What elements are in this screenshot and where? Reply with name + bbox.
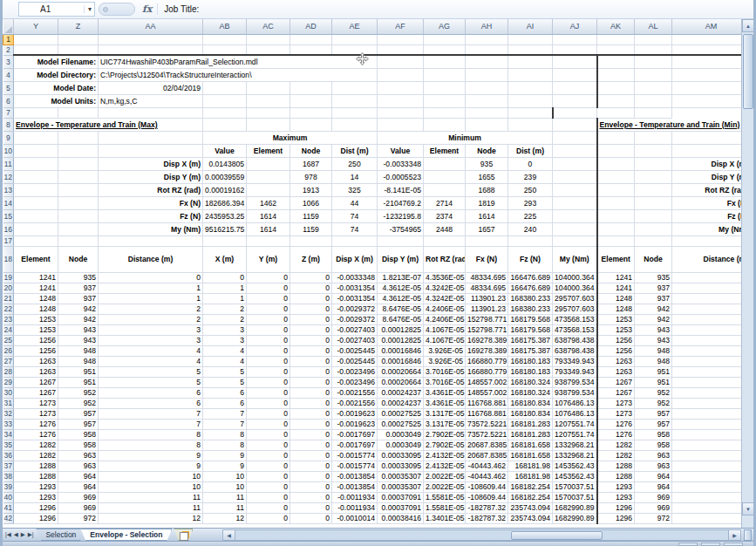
element2-cell[interactable]: 1253 xyxy=(597,314,635,324)
cell[interactable] xyxy=(553,107,597,118)
fz-cell[interactable]: 168180.834 xyxy=(508,398,553,408)
max-node-cell[interactable]: 1159 xyxy=(290,222,332,235)
fz-cell[interactable]: 168380.233 xyxy=(508,293,553,304)
disp-y-cell[interactable]: 0.00024237 xyxy=(378,398,424,408)
row-header[interactable]: 11 xyxy=(3,157,14,170)
cell[interactable] xyxy=(597,34,635,44)
rot-rz-cell[interactable]: 2.7902E-05 xyxy=(424,440,466,450)
cell[interactable] xyxy=(466,94,508,107)
select-all-corner[interactable] xyxy=(3,19,14,34)
my-cell[interactable]: 1453562.43 xyxy=(553,471,597,481)
cell[interactable] xyxy=(14,144,58,157)
min-col-header[interactable]: Node xyxy=(466,144,508,157)
disp-x-cell[interactable]: -0.0027403 xyxy=(332,324,378,335)
cell[interactable] xyxy=(672,235,751,246)
element-cell[interactable]: 1276 xyxy=(14,419,58,429)
fz-cell[interactable]: 168181.283 xyxy=(508,429,553,440)
cell[interactable] xyxy=(672,131,751,144)
rot-rz-cell[interactable]: 4.2406E-05 xyxy=(424,314,466,324)
y-cell[interactable]: 0 xyxy=(247,398,290,408)
x-cell[interactable]: 8 xyxy=(203,429,247,440)
fx-cell[interactable]: -182787.32 xyxy=(466,513,508,523)
z-cell[interactable]: 0 xyxy=(290,492,332,502)
cell[interactable] xyxy=(424,68,466,81)
y-cell[interactable]: 0 xyxy=(247,387,290,398)
my-cell[interactable]: 1207551.74 xyxy=(553,429,597,440)
my-cell[interactable]: 1570037.51 xyxy=(553,492,597,502)
node2-cell[interactable]: 958 xyxy=(635,440,672,450)
envelope-row-label[interactable]: My (Nm) xyxy=(99,222,203,235)
fz-cell[interactable]: 168181.98 xyxy=(508,471,553,481)
y-cell[interactable]: 0 xyxy=(247,314,290,324)
cell[interactable] xyxy=(597,183,635,196)
cell[interactable] xyxy=(332,44,378,55)
fz-cell[interactable]: 168181.658 xyxy=(508,450,553,461)
x-cell[interactable]: 5 xyxy=(203,366,247,377)
x-cell[interactable]: 8 xyxy=(203,440,247,450)
fx-cell[interactable]: 116768.881 xyxy=(466,408,508,419)
row-header[interactable]: 4 xyxy=(3,68,14,81)
distance-cell[interactable]: 10 xyxy=(99,471,203,481)
distance2-cell[interactable] xyxy=(672,502,751,513)
formula-bar-resize-handle[interactable] xyxy=(99,3,135,16)
distance2-cell[interactable] xyxy=(672,283,751,293)
cell[interactable] xyxy=(553,81,597,94)
element2-cell[interactable]: 1296 xyxy=(597,502,635,513)
element2-cell[interactable]: 1267 xyxy=(597,387,635,398)
node-cell[interactable]: 935 xyxy=(58,272,99,283)
cell[interactable] xyxy=(508,55,553,68)
row-header[interactable]: 3 xyxy=(3,55,14,68)
cell[interactable] xyxy=(290,107,332,118)
distance2-cell[interactable] xyxy=(672,314,751,324)
element-cell[interactable]: 1256 xyxy=(14,335,58,345)
disp-x-cell[interactable]: -0.0019623 xyxy=(332,408,378,419)
y-cell[interactable]: 0 xyxy=(247,345,290,356)
x-cell[interactable]: 3 xyxy=(203,335,247,345)
distance2-cell[interactable] xyxy=(672,304,751,314)
model-filename-label[interactable]: Model Filename: xyxy=(14,55,99,68)
fx-cell[interactable]: -40443.462 xyxy=(466,471,508,481)
insert-worksheet-button[interactable] xyxy=(174,529,193,541)
disp-x-cell[interactable]: -0.0015774 xyxy=(332,450,378,461)
row-header[interactable]: 28 xyxy=(3,366,14,377)
y-cell[interactable]: 0 xyxy=(247,502,290,513)
fx-cell[interactable]: 113901.23 xyxy=(466,293,508,304)
max-node-cell[interactable]: 978 xyxy=(290,170,332,183)
min-node-cell[interactable]: 935 xyxy=(466,157,508,170)
element2-cell[interactable]: 1263 xyxy=(597,356,635,366)
column-header[interactable]: AH xyxy=(466,19,508,34)
column-header[interactable]: AA xyxy=(99,19,203,34)
model-units-label[interactable]: Model Units: xyxy=(14,94,99,107)
distance2-cell[interactable] xyxy=(672,293,751,304)
element-cell[interactable]: 1248 xyxy=(14,293,58,304)
cell[interactable] xyxy=(553,44,597,55)
rot-rz-cell[interactable]: 2.7902E-05 xyxy=(424,429,466,440)
node2-cell[interactable]: 964 xyxy=(635,481,672,492)
my-cell[interactable]: 793349.943 xyxy=(553,356,597,366)
y-cell[interactable]: 0 xyxy=(247,471,290,481)
disp-x-cell[interactable]: -0.0017697 xyxy=(332,440,378,450)
envelope-min-row-label[interactable]: Disp Y (m) xyxy=(672,170,751,183)
name-box[interactable]: A1 ▾ xyxy=(18,2,95,17)
node-cell[interactable]: 942 xyxy=(58,314,99,324)
distance-cell[interactable]: 4 xyxy=(99,345,203,356)
disp-x-cell[interactable]: -0.0023496 xyxy=(332,377,378,387)
column-header[interactable]: AF xyxy=(378,19,424,34)
cell[interactable] xyxy=(247,81,290,94)
table-header[interactable]: X (m) xyxy=(203,246,247,272)
z-cell[interactable]: 0 xyxy=(290,513,332,523)
disp-y-cell[interactable]: 0.00012825 xyxy=(378,335,424,345)
rot-rz-cell[interactable]: 3.926E-05 xyxy=(424,345,466,356)
cell[interactable] xyxy=(378,44,424,55)
distance2-cell[interactable] xyxy=(672,398,751,408)
cell[interactable] xyxy=(508,44,553,55)
node-cell[interactable]: 964 xyxy=(58,481,99,492)
cell[interactable] xyxy=(290,94,332,107)
fx-cell[interactable]: -40443.462 xyxy=(466,461,508,471)
distance-cell[interactable]: 1 xyxy=(99,293,203,304)
cell[interactable] xyxy=(597,131,635,144)
cell[interactable] xyxy=(14,34,58,44)
distance2-cell[interactable] xyxy=(672,429,751,440)
envelope-max-title[interactable]: Envelope - Temperature and Train (Max) xyxy=(14,118,203,131)
rot-rz-cell[interactable]: 2.4132E-05 xyxy=(424,461,466,471)
